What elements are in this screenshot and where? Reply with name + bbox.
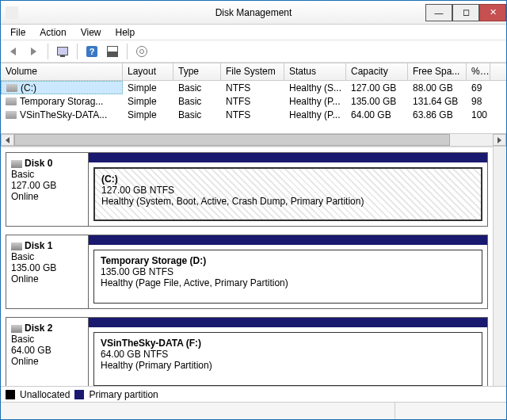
col-layout[interactable]: Layout xyxy=(123,63,173,80)
col-pctfree[interactable]: % F xyxy=(467,63,490,80)
disk-row[interactable]: Disk 0Basic127.00 GBOnline(C:)127.00 GB … xyxy=(6,152,488,227)
partition[interactable]: VSinTheSky-DATA (F:)64.00 GB NTFSHealthy… xyxy=(93,332,482,386)
legend-primary: Primary partition xyxy=(89,389,158,400)
window-title: Disk Management xyxy=(1,7,506,18)
disk-label: Disk 2Basic64.00 GBOnline xyxy=(6,318,89,386)
volume-row[interactable]: Temporary Storag...SimpleBasicNTFSHealth… xyxy=(1,94,506,108)
help-icon: ? xyxy=(86,46,97,57)
menu-file[interactable]: File xyxy=(4,25,32,40)
menu-action[interactable]: Action xyxy=(33,25,72,40)
volume-icon xyxy=(6,97,17,105)
col-freespace[interactable]: Free Spa... xyxy=(408,63,467,80)
toolbar-separator xyxy=(48,44,48,59)
menu-help[interactable]: Help xyxy=(109,25,142,40)
scroll-track[interactable] xyxy=(14,134,493,146)
disk-icon xyxy=(11,325,22,333)
disk-graphical-view: Disk 0Basic127.00 GBOnline(C:)127.00 GB … xyxy=(1,147,493,386)
legend-swatch-unallocated xyxy=(6,390,15,399)
partition-header-bar xyxy=(89,318,487,327)
disk-label: Disk 1Basic135.00 GBOnline xyxy=(6,235,89,308)
statusbar-pane xyxy=(1,403,395,419)
view-split-button[interactable] xyxy=(54,43,71,60)
volume-list-header: Volume Layout Type File System Status Ca… xyxy=(1,63,506,81)
disk-icon xyxy=(11,160,22,168)
volume-icon xyxy=(6,84,17,92)
statusbar xyxy=(1,402,506,419)
titlebar[interactable]: Disk Management — ◻ ✕ xyxy=(1,1,506,25)
legend: Unallocated Primary partition xyxy=(1,386,506,402)
volume-list: Volume Layout Type File System Status Ca… xyxy=(1,63,506,133)
col-filesystem[interactable]: File System xyxy=(221,63,284,80)
col-capacity[interactable]: Capacity xyxy=(346,63,408,80)
disk-management-window: Disk Management — ◻ ✕ File Action View H… xyxy=(0,0,507,420)
toolbar-separator xyxy=(77,44,78,59)
statusbar-pane xyxy=(395,403,506,419)
arrow-right-icon xyxy=(31,48,36,55)
horizontal-scrollbar[interactable] xyxy=(1,133,506,147)
menu-view[interactable]: View xyxy=(74,25,108,40)
partition[interactable]: (C:)127.00 GB NTFSHealthy (System, Boot,… xyxy=(93,167,482,221)
list-button[interactable] xyxy=(104,43,121,60)
legend-unallocated: Unallocated xyxy=(20,389,70,400)
forward-button[interactable] xyxy=(25,43,42,60)
scroll-thumb[interactable] xyxy=(14,134,450,146)
back-button[interactable] xyxy=(4,43,21,60)
col-type[interactable]: Type xyxy=(173,63,221,80)
col-status[interactable]: Status xyxy=(284,63,346,80)
partition[interactable]: Temporary Storage (D:)135.00 GB NTFSHeal… xyxy=(93,250,482,304)
toolbar-separator xyxy=(127,44,128,59)
monitor-icon xyxy=(57,47,68,55)
volume-row[interactable]: VSinTheSky-DATA...SimpleBasicNTFSHealthy… xyxy=(1,108,506,121)
volume-row[interactable]: (C:)SimpleBasicNTFSHealthy (S...127.00 G… xyxy=(1,81,506,94)
partition-area: VSinTheSky-DATA (F:)64.00 GB NTFSHealthy… xyxy=(89,318,487,386)
disk-icon xyxy=(11,242,22,250)
disk-label: Disk 0Basic127.00 GBOnline xyxy=(6,153,89,226)
disk-row[interactable]: Disk 2Basic64.00 GBOnlineVSinTheSky-DATA… xyxy=(6,317,488,386)
partition-area: (C:)127.00 GB NTFSHealthy (System, Boot,… xyxy=(89,153,487,226)
gear-icon xyxy=(136,46,147,57)
grid-icon xyxy=(107,46,118,57)
disk-row[interactable]: Disk 1Basic135.00 GBOnlineTemporary Stor… xyxy=(6,235,488,309)
scroll-left-button[interactable] xyxy=(1,134,14,146)
col-volume[interactable]: Volume xyxy=(1,63,123,80)
menubar: File Action View Help xyxy=(1,25,506,40)
partition-area: Temporary Storage (D:)135.00 GB NTFSHeal… xyxy=(89,235,487,308)
partition-header-bar xyxy=(89,153,487,162)
help-button[interactable]: ? xyxy=(83,43,101,60)
partition-header-bar xyxy=(89,235,487,245)
vertical-scrollbar[interactable] xyxy=(493,147,506,386)
scroll-right-button[interactable] xyxy=(493,134,506,146)
toolbar: ? xyxy=(1,40,506,63)
legend-swatch-primary xyxy=(74,390,84,399)
arrow-left-icon xyxy=(10,48,16,55)
volume-icon xyxy=(6,111,17,119)
settings-button[interactable] xyxy=(133,43,151,60)
